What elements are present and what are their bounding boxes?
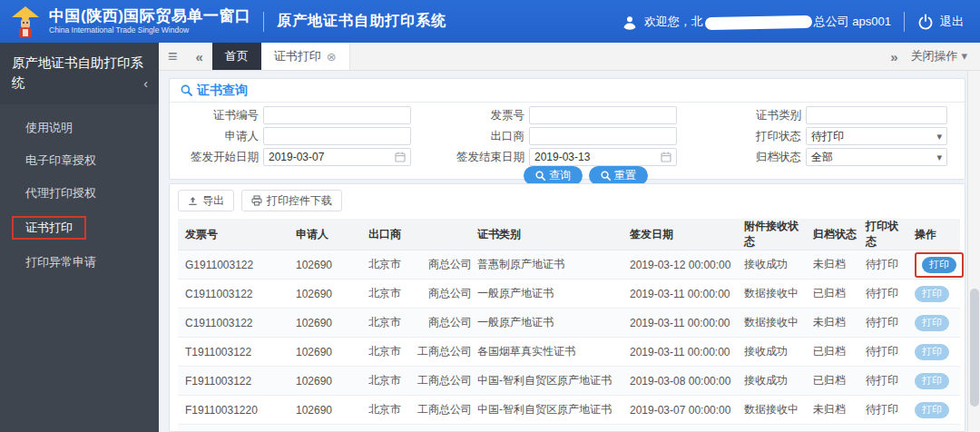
search-icon xyxy=(601,171,611,181)
sidebar-item-print-exception[interactable]: 打印异常申请 xyxy=(0,246,159,279)
printer-icon xyxy=(251,195,262,206)
col-print-status: 打印状态 xyxy=(862,219,911,250)
table-row: C1911003122 102690 北京市商总公司 一般原产地证书 2019-… xyxy=(178,280,960,309)
calendar-icon xyxy=(395,152,406,162)
col-operation: 操作 xyxy=(911,219,960,250)
print-status-select[interactable]: 待打印 xyxy=(806,127,947,145)
cert-type-input[interactable] xyxy=(806,106,947,124)
col-archive-status: 归档状态 xyxy=(809,219,862,250)
brand-block: 中国(陕西)国际贸易单一窗口 China International Trade… xyxy=(0,5,250,39)
print-control-download-button[interactable]: 打印控件下载 xyxy=(241,190,342,211)
col-attach-status: 附件接收状态 xyxy=(740,219,809,250)
print-button[interactable]: 打印 xyxy=(915,344,949,360)
table-row: C1911003122 102690 北京市商总公司 一般原产地证书 2019-… xyxy=(178,309,960,338)
invoice-no-input[interactable] xyxy=(529,106,677,124)
app-title: 原产地证书自助打印系统 xyxy=(277,12,446,31)
top-header: 中国(陕西)国际贸易单一窗口 China International Trade… xyxy=(0,0,980,43)
scroll-tabs-left-icon[interactable] xyxy=(187,43,212,70)
app-window: 中国(陕西)国际贸易单一窗口 China International Trade… xyxy=(0,0,980,432)
invoice-no-label: 发票号 xyxy=(448,108,524,123)
table-header-row: 发票号 申请人 出口商 证书类别 签发日期 附件接收状态 归档状态 打印状态 操… xyxy=(178,219,960,250)
print-button[interactable]: 打印 xyxy=(922,257,956,273)
sidebar-item-agent-print-auth[interactable]: 代理打印授权 xyxy=(0,177,159,210)
vertical-scrollbar xyxy=(967,71,980,432)
main-content: 证书查询 证书编号 发票号 证书类别 申请人 出口商 打印状态 待打印 签发开始… xyxy=(159,71,980,432)
print-status-label: 打印状态 xyxy=(723,129,801,144)
table-row: G1911003122 102690 北京市商总公司 普惠制原产地证书 2019… xyxy=(178,250,960,280)
col-applicant: 申请人 xyxy=(292,219,365,250)
print-button[interactable]: 打印 xyxy=(915,315,949,331)
close-operations-dropdown[interactable]: 关闭操作 xyxy=(906,48,980,64)
calendar-icon xyxy=(661,152,671,162)
user-icon xyxy=(622,14,638,30)
query-button[interactable]: 查询 xyxy=(524,166,583,185)
print-button[interactable]: 打印 xyxy=(915,286,949,302)
col-invoice: 发票号 xyxy=(178,219,292,250)
col-cert-type: 证书类别 xyxy=(474,219,626,250)
menu-toggle-icon[interactable] xyxy=(159,43,187,70)
applicant-label: 申请人 xyxy=(179,129,259,144)
scrollbar-thumb[interactable] xyxy=(970,289,979,407)
welcome-text-suffix: 总公司 aps001 xyxy=(814,14,891,30)
col-exporter: 出口商 xyxy=(365,219,474,250)
annotation-box: 证书打印 xyxy=(12,216,86,240)
header-divider xyxy=(263,12,264,32)
annotation-box: 打印 xyxy=(915,252,964,278)
header-divider xyxy=(904,12,905,32)
archive-status-select[interactable]: 全部 xyxy=(806,148,947,166)
applicant-input[interactable] xyxy=(263,127,411,145)
start-date-label: 签发开始日期 xyxy=(179,150,259,165)
logout-button[interactable]: 退出 xyxy=(917,14,964,30)
cert-no-input[interactable] xyxy=(263,106,411,124)
export-button[interactable]: 导出 xyxy=(178,190,234,211)
reset-button[interactable]: 重置 xyxy=(589,166,648,185)
col-issue-date: 签发日期 xyxy=(626,219,740,250)
sidebar-item-eseal-auth[interactable]: 电子印章授权 xyxy=(0,144,159,177)
brand-subtitle: China International Trade Single Window xyxy=(49,26,250,34)
sidebar-item-usage[interactable]: 使用说明 xyxy=(0,112,159,144)
sidebar: 原产地证书自助打印系统 使用说明 电子印章授权 代理打印授权 证书打印 打印异常… xyxy=(0,43,159,432)
table-row: F19110031220 102690 北京市工商总公司 中国-智利自贸区原产地… xyxy=(178,396,960,425)
sidebar-collapse-icon[interactable] xyxy=(143,74,148,93)
end-date-label: 签发结束日期 xyxy=(448,150,524,165)
certificates-table: 发票号 申请人 出口商 证书类别 签发日期 附件接收状态 归档状态 打印状态 操… xyxy=(178,219,960,432)
power-icon xyxy=(917,14,934,30)
search-icon xyxy=(535,171,545,181)
scroll-tabs-right-icon[interactable] xyxy=(881,49,906,64)
table-row: X1911003122 102690 北京市工商总公司 中国-新加坡自贸区原产地… xyxy=(178,425,960,432)
brand-title: 中国(陕西)国际贸易单一窗口 xyxy=(49,8,250,25)
exporter-label: 出口商 xyxy=(448,129,524,144)
search-panel: 证书查询 证书编号 发票号 证书类别 申请人 出口商 打印状态 待打印 签发开始… xyxy=(169,78,965,180)
table-row: F1911003122 102690 北京市工商总公司 中国-智利自贸区原产地证… xyxy=(178,367,960,396)
results-panel: 导出 打印控件下载 发票号 申请人 出口 xyxy=(169,183,965,432)
print-button[interactable]: 打印 xyxy=(915,402,949,418)
welcome-text-prefix: 欢迎您，北 xyxy=(644,14,703,30)
cert-type-label: 证书类别 xyxy=(723,108,801,123)
export-icon xyxy=(188,196,198,206)
logout-label: 退出 xyxy=(940,14,964,30)
single-window-logo-icon xyxy=(9,5,42,39)
archive-status-label: 归档状态 xyxy=(723,150,801,165)
search-panel-title: 证书查询 xyxy=(170,79,965,103)
close-tab-icon[interactable] xyxy=(327,50,337,64)
table-row: T1911003122 102690 北京市工商总公司 各国烟草真实性证书 20… xyxy=(178,338,960,367)
redaction xyxy=(705,15,812,29)
sidebar-item-cert-print[interactable]: 证书打印 xyxy=(0,210,159,246)
tab-bar: 首页 证书打印 关闭操作 xyxy=(159,43,980,71)
tab-home[interactable]: 首页 xyxy=(212,43,261,70)
cert-no-label: 证书编号 xyxy=(179,108,259,123)
start-date-input[interactable]: 2019-03-07 xyxy=(263,148,411,166)
print-button[interactable]: 打印 xyxy=(915,373,949,389)
exporter-input[interactable] xyxy=(529,127,677,145)
end-date-input[interactable]: 2019-03-13 xyxy=(529,148,677,166)
tab-cert-print[interactable]: 证书打印 xyxy=(261,43,350,70)
search-icon xyxy=(181,84,192,96)
sidebar-title: 原产地证书自助打印系统 xyxy=(0,43,159,104)
